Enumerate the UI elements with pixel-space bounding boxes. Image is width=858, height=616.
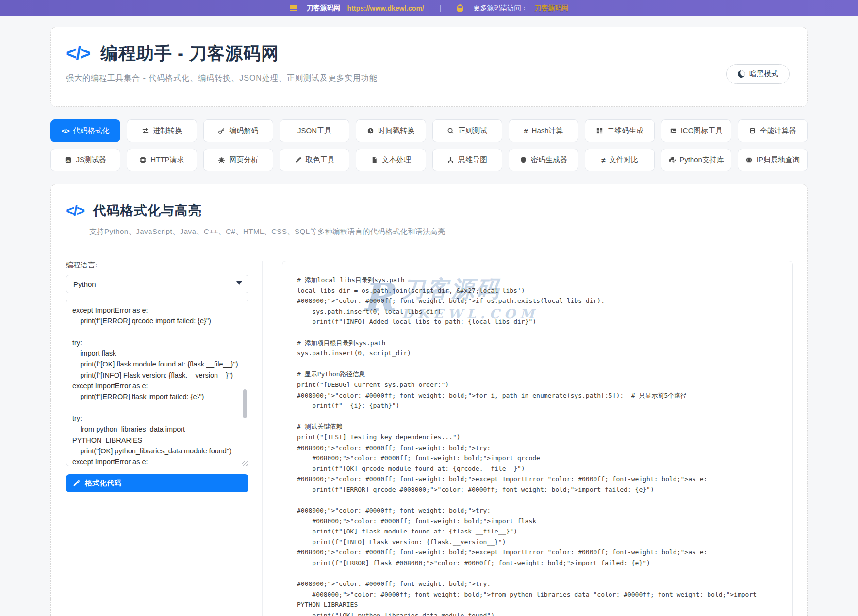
chevron-down-icon xyxy=(236,281,242,285)
tab-label: 文件对比 xyxy=(609,155,638,165)
tab-label: 网页分析 xyxy=(229,155,258,165)
tab-label: JSON工具 xyxy=(297,126,331,135)
tab-label: 取色工具 xyxy=(306,155,335,165)
tab-label: 编码解码 xyxy=(229,126,258,135)
textarea-scrollbar-thumb[interactable] xyxy=(243,389,247,418)
globe-meridian-icon xyxy=(745,156,753,164)
spider-icon xyxy=(218,156,225,164)
exchange-icon xyxy=(142,127,149,134)
tab-label: 正则测试 xyxy=(458,126,487,135)
hash-icon: # xyxy=(524,127,528,134)
format-code-button[interactable]: 格式化代码 xyxy=(66,474,248,492)
source-code-input[interactable]: except ImportError as e: print(f"[ERROR]… xyxy=(66,300,248,466)
tab-timestamp[interactable]: 时间戳转换 xyxy=(356,119,426,142)
shield-icon xyxy=(520,156,527,164)
tab-ip-lookup[interactable]: IP归属地查询 xyxy=(738,149,808,171)
topbar-promo-text: 更多源码请访问： xyxy=(473,4,528,13)
tab-json-tools[interactable]: JSON工具 xyxy=(280,119,349,142)
tab-ico-tools[interactable]: ICO图标工具 xyxy=(661,119,731,142)
format-button-label: 格式化代码 xyxy=(85,479,121,488)
tab-js-tester[interactable]: JS JS测试器 xyxy=(50,149,120,171)
tab-label: 文本处理 xyxy=(382,155,411,165)
tab-label: JS测试器 xyxy=(76,155,106,165)
globe-icon xyxy=(139,156,147,164)
tab-label: 时间戳转换 xyxy=(378,126,414,135)
dark-mode-button[interactable]: 暗黑模式 xyxy=(726,64,790,84)
site-logo-icon xyxy=(290,5,297,11)
image-icon xyxy=(670,127,677,134)
tab-label: Hash计算 xyxy=(532,126,563,135)
input-column: 编程语言: Python except ImportError as e: pr… xyxy=(66,261,263,616)
tab-label: Python支持库 xyxy=(679,155,724,165)
pen-icon xyxy=(73,480,80,487)
section-subtitle: 支持Python、JavaScript、Java、C++、C#、HTML、CSS… xyxy=(89,227,793,236)
sitemap-icon xyxy=(447,156,454,164)
tab-label: 进制转换 xyxy=(153,126,182,135)
tab-file-diff[interactable]: ≠ 文件对比 xyxy=(585,149,655,171)
page-subtitle: 强大的编程工具集合 - 代码格式化、编码转换、JSON处理、正则测试及更多实用功… xyxy=(66,73,378,83)
tab-http-request[interactable]: HTTP请求 xyxy=(127,149,197,171)
file-text-icon xyxy=(371,156,378,164)
section-title: 代码格式化与高亮 xyxy=(93,202,201,219)
clock-icon xyxy=(367,127,374,134)
tab-qrcode-gen[interactable]: 二维码生成 xyxy=(585,119,655,142)
code-format-panel: </> 代码格式化与高亮 支持Python、JavaScript、Java、C+… xyxy=(50,184,808,616)
tab-label: IP归属地查询 xyxy=(757,155,800,165)
tab-label: 思维导图 xyxy=(458,155,487,165)
header-card: </> 编程助手 - 刀客源码网 强大的编程工具集合 - 代码格式化、编码转换、… xyxy=(50,27,808,107)
topbar-promo-link[interactable]: 刀客源码网 xyxy=(534,4,568,13)
output-column: R 刀客源码 DKEWL.COM # 添加local_libs目录到sys.pa… xyxy=(263,261,793,616)
tab-label: 全能计算器 xyxy=(760,126,796,135)
tab-color-picker[interactable]: 取色工具 xyxy=(280,149,349,171)
formatted-code-output: # 添加local_libs目录到sys.path local_libs_dir… xyxy=(297,275,780,616)
tab-web-analyze[interactable]: 网页分析 xyxy=(203,149,273,171)
tool-tabs: </> 代码格式化 进制转换 编码解码 JSON工具 时间戳转换 正则测试 # … xyxy=(50,119,808,171)
page-title: 编程助手 - 刀客源码网 xyxy=(100,42,279,66)
moon-icon xyxy=(738,70,745,78)
tab-regex-test[interactable]: 正则测试 xyxy=(432,119,502,142)
tab-python-libs[interactable]: Python支持库 xyxy=(661,149,731,171)
topbar-site-url-link[interactable]: https://www.dkewl.com/ xyxy=(347,4,424,12)
topbar-divider: | xyxy=(440,4,442,12)
language-selected-value: Python xyxy=(73,280,96,288)
code-brackets-icon: </> xyxy=(66,43,90,64)
code-icon: </> xyxy=(62,127,69,134)
qq-penguin-icon xyxy=(457,4,463,12)
python-icon xyxy=(668,156,676,164)
tab-base-convert[interactable]: 进制转换 xyxy=(127,119,197,142)
code-brackets-icon: </> xyxy=(66,202,84,219)
textarea-resize-handle[interactable] xyxy=(242,461,248,466)
tab-mind-map[interactable]: 思维导图 xyxy=(432,149,502,171)
dark-mode-label: 暗黑模式 xyxy=(749,69,778,79)
key-icon xyxy=(218,127,225,134)
eyedropper-icon xyxy=(295,156,302,164)
search-icon xyxy=(447,127,454,134)
language-label: 编程语言: xyxy=(66,261,248,270)
qrcode-icon xyxy=(596,127,603,134)
not-equal-icon: ≠ xyxy=(601,156,605,164)
tab-code-format[interactable]: </> 代码格式化 xyxy=(50,119,120,142)
tab-encode-decode[interactable]: 编码解码 xyxy=(203,119,273,142)
language-select[interactable]: Python xyxy=(66,275,248,293)
topbar: 刀客源码网 https://www.dkewl.com/ | 更多源码请访问： … xyxy=(0,0,858,16)
svg-text:JS: JS xyxy=(66,159,70,162)
calculator-icon xyxy=(749,127,756,134)
tab-hash-calc[interactable]: # Hash计算 xyxy=(509,119,578,142)
tab-label: ICO图标工具 xyxy=(681,126,723,135)
tab-password-gen[interactable]: 密码生成器 xyxy=(509,149,578,171)
tab-label: 二维码生成 xyxy=(607,126,644,135)
tab-calculator[interactable]: 全能计算器 xyxy=(738,119,808,142)
tab-label: HTTP请求 xyxy=(150,155,184,165)
tab-text-process[interactable]: 文本处理 xyxy=(356,149,426,171)
topbar-site-name-link[interactable]: 刀客源码网 xyxy=(307,4,341,13)
tab-label: 代码格式化 xyxy=(73,126,110,135)
formatted-output-panel: R 刀客源码 DKEWL.COM # 添加local_libs目录到sys.pa… xyxy=(282,261,793,616)
js-icon: JS xyxy=(65,156,72,164)
tab-label: 密码生成器 xyxy=(531,155,567,165)
